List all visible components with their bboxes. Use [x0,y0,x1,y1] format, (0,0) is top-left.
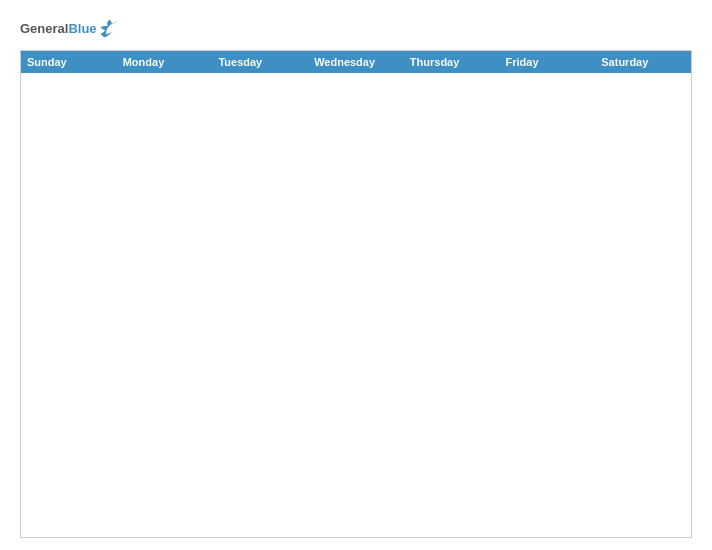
weeks-container [21,73,691,537]
header: GeneralBlue [20,18,692,40]
day-header-tuesday: Tuesday [212,51,308,73]
days-header: SundayMondayTuesdayWednesdayThursdayFrid… [21,51,691,73]
logo-blue: Blue [68,21,96,36]
day-header-saturday: Saturday [595,51,691,73]
day-header-friday: Friday [500,51,596,73]
logo: GeneralBlue [20,18,121,40]
logo-text: GeneralBlue [20,22,97,36]
logo-bird-icon [99,18,121,40]
calendar-grid: SundayMondayTuesdayWednesdayThursdayFrid… [20,50,692,538]
calendar-page: GeneralBlue SundayMondayTuesdayWednesday… [0,0,712,550]
day-header-sunday: Sunday [21,51,117,73]
logo-general: General [20,21,68,36]
day-header-thursday: Thursday [404,51,500,73]
day-header-monday: Monday [117,51,213,73]
day-header-wednesday: Wednesday [308,51,404,73]
